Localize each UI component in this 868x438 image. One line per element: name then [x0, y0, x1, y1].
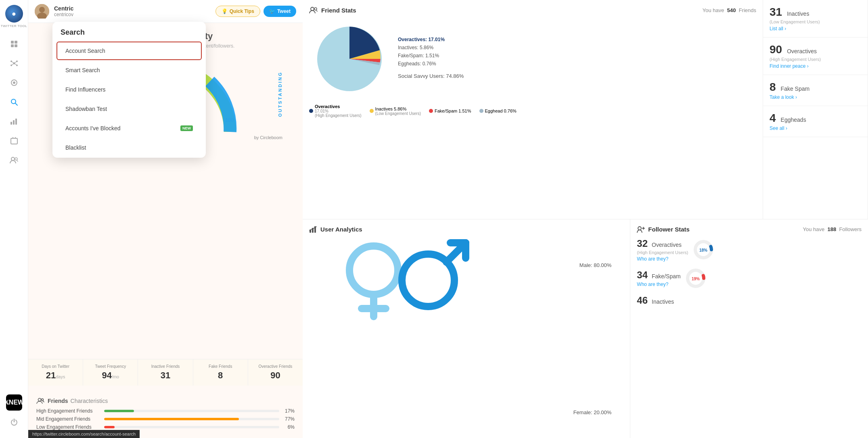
fakespam-dot — [429, 109, 433, 113]
female-symbol — [341, 242, 406, 323]
friends-bars: High Engagement Friends 17%Mid Engagemen… — [36, 408, 295, 430]
gender-display: Male: 80.00% Female: 20.00% — [309, 238, 623, 424]
svg-point-27 — [39, 7, 45, 13]
female-pct-label: Female: 20.00% — [573, 409, 612, 415]
cat-fakespam-text: Fake/Spam 1.51% — [435, 108, 471, 113]
header-bar: Centric centricov 💡 Quick Tips 🐦 Tweet — [28, 0, 303, 23]
stat-item-fake-friends: Fake Friends 8 — [193, 359, 248, 386]
header-actions: 💡 Quick Tips 🐦 Tweet — [215, 6, 296, 17]
follower-stats-title: Follower Stats You have 188 Followers — [637, 226, 862, 233]
legend-eggheads: Eggheads: 0.76% — [398, 61, 464, 67]
svg-line-12 — [14, 63, 17, 65]
user-analytics-panel: User Analytics — [303, 219, 630, 438]
legend-overactives: Overactives: 17.01% — [398, 37, 464, 42]
legend-inactives: Inactives: 5.86% — [398, 45, 464, 50]
char-word: Characteristics — [71, 398, 108, 404]
pie-area: Overactives: 17.01% Inactives: 5.86% Fak… — [309, 19, 756, 99]
cat-egghead-text: Egghead 0.76% — [485, 108, 517, 113]
dropdown-item-blacklist[interactable]: Blacklist — [56, 138, 202, 157]
sidebar-item-dashboard[interactable] — [6, 36, 22, 52]
svg-rect-20 — [11, 138, 17, 144]
user-analytics-title: User Analytics — [309, 226, 623, 233]
sidebar-item-power[interactable] — [6, 414, 22, 430]
follower-stats-label: Follower Stats — [648, 226, 690, 233]
new-badge: NEW — [180, 125, 193, 131]
quick-tips-button[interactable]: 💡 Quick Tips — [215, 6, 260, 17]
stat-card-eggheads: 4 Eggheads See all › — [763, 106, 868, 137]
follower-items: 32 Overactives (High Engagement Users) W… — [637, 238, 862, 307]
svg-rect-3 — [15, 44, 17, 47]
tweet-button[interactable]: 🐦 Tweet — [264, 6, 296, 17]
pie-legend: Overactives: 17.01% Inactives: 5.86% Fak… — [398, 37, 464, 81]
cat-egghead: Egghead 0.76% — [479, 104, 517, 118]
mini-donut: 18% — [693, 240, 713, 260]
svg-rect-19 — [15, 119, 17, 125]
sidebar-item-search[interactable] — [6, 94, 22, 110]
dropdown-item-accounts-i've-blocked[interactable]: Accounts I've BlockedNEW — [56, 119, 202, 138]
cat-fake-spam: Fake/Spam 1.51% — [429, 104, 471, 118]
user-info: Centric centricov — [54, 5, 211, 17]
url-bar: https://twitter.circleboom.com/search/ac… — [28, 430, 140, 438]
sidebar-item-users[interactable] — [6, 152, 22, 168]
dropdown-item-find-influencers[interactable]: Find Influencers — [56, 80, 202, 99]
dropdown-item-smart-search[interactable]: Smart Search — [56, 61, 202, 79]
stat-card-overactives: 90 Overactives (High Engagement Users) F… — [763, 38, 868, 75]
svg-rect-2 — [11, 44, 14, 47]
legend-fake-spam: Fake/Spam: 1.51% — [398, 53, 464, 58]
follower-link[interactable]: Who are they? — [637, 256, 688, 262]
dropdown-title: Search — [52, 22, 206, 41]
stat-card-link[interactable]: Find inner peace › — [770, 63, 861, 69]
stats-bar: Days on Twitter 21daysTweet Frequency 94… — [28, 359, 303, 386]
stat-card-link[interactable]: List all › — [770, 26, 861, 31]
search-dropdown: Search Account SearchSmart SearchFind In… — [52, 22, 206, 158]
dropdown-item-account-search[interactable]: Account Search — [56, 42, 202, 60]
bottom-row: User Analytics — [303, 219, 868, 438]
follower-count-badge: You have 188 Followers — [803, 226, 862, 232]
overactives-dot — [309, 109, 313, 113]
quick-tips-label: Quick Tips — [230, 8, 254, 14]
svg-rect-0 — [11, 41, 14, 44]
stat-card-fake-spam: 8 Fake Spam Take a look › — [763, 75, 868, 106]
sidebar-item-trash[interactable] — [6, 133, 22, 149]
friend-bar-row: High Engagement Friends 17% — [36, 408, 295, 414]
male-pct-label: Male: 80.00% — [579, 262, 612, 268]
cat-overactives: Overactives 17.01% (High Engagement User… — [309, 104, 362, 118]
svg-line-9 — [11, 61, 14, 63]
sidebar-item-analytics[interactable] — [6, 113, 22, 129]
legend-social-savvy: Social Savvy Users: 74.86% — [398, 73, 464, 79]
egghead-dot — [479, 109, 483, 113]
stats-sidebar: 31 Inactives (Low Engagement Users) List… — [763, 0, 868, 219]
logo-icon: ● — [12, 10, 16, 18]
friends-title: Friends Characteristics — [36, 398, 295, 404]
stat-item-tweet-frequency: Tweet Frequency 94/mo — [83, 359, 138, 386]
friend-stats-panel: Friend Stats You have 540 Friends — [303, 0, 763, 219]
stat-card-link[interactable]: See all › — [770, 125, 861, 131]
svg-text:18%: 18% — [699, 248, 707, 252]
right-panel: Friend Stats You have 540 Friends — [303, 0, 868, 438]
sidebar-item-x[interactable]: 𝕏 NEW — [6, 394, 22, 411]
sidebar-item-monitor[interactable] — [6, 75, 22, 91]
dropdown-item-shadowban-test[interactable]: Shadowban Test — [56, 100, 202, 118]
follower-stat-item-inactives: 46 Inactives — [637, 295, 862, 307]
sidebar-item-network[interactable] — [6, 55, 22, 71]
sidebar-bottom: 𝕏 NEW — [6, 394, 22, 433]
user-handle: centricov — [54, 12, 211, 17]
friend-stats-title: Friend Stats You have 540 Friends — [309, 6, 756, 14]
inactives-dot — [370, 109, 374, 113]
follower-link[interactable]: Who are they? — [637, 282, 680, 287]
svg-point-33 — [38, 398, 41, 401]
friend-stats-label: Friend Stats — [321, 7, 356, 14]
svg-line-11 — [11, 63, 14, 65]
svg-rect-18 — [13, 120, 15, 125]
stat-item-days-on-twitter: Days on Twitter 21days — [28, 359, 83, 386]
friends-word: Friends — [48, 398, 68, 404]
follower-stat-item-overactives: 32 Overactives (High Engagement Users) W… — [637, 238, 862, 262]
cat-inactives: Inactives 5.86% (Low Engagement Users) — [370, 104, 421, 118]
main-content: Centric centricov 💡 Quick Tips 🐦 Tweet S… — [28, 0, 868, 438]
male-symbol — [398, 238, 471, 311]
svg-line-16 — [15, 103, 17, 105]
stat-card-link[interactable]: Take a look › — [770, 94, 861, 100]
svg-point-41 — [349, 246, 398, 294]
app-logo: ● — [5, 5, 23, 23]
svg-line-10 — [14, 61, 17, 63]
